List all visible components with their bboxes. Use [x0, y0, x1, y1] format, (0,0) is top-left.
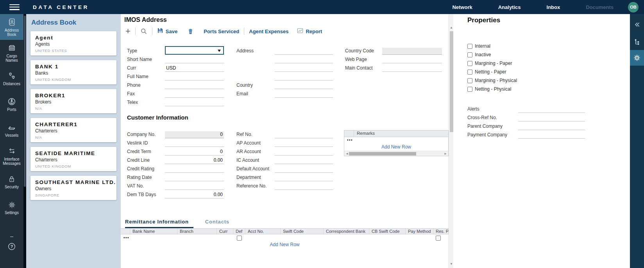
nav-analytics[interactable]: Analytics: [498, 4, 521, 10]
field-input-phone[interactable]: [165, 82, 224, 89]
user-avatar[interactable]: OB: [628, 2, 639, 13]
property-checkbox-row-internal[interactable]: Internal: [467, 42, 517, 50]
property-checkbox-row-netting-paper[interactable]: Netting - Paper: [467, 68, 517, 76]
properties-checkbox-list: InternalInactiveMargining - PaperNetting…: [467, 42, 517, 93]
field-input-ref-no[interactable]: [275, 131, 333, 138]
delete-icon[interactable]: [188, 28, 193, 35]
report-button[interactable]: Report: [297, 28, 322, 35]
remittance-add-new-row-link[interactable]: Add New Row: [121, 242, 449, 248]
field-input-default-account[interactable]: [275, 166, 333, 173]
remarks-row[interactable]: •••: [344, 137, 448, 144]
scroll-right-arrow-icon[interactable]: ►: [444, 152, 447, 155]
help-icon[interactable]: ?: [0, 241, 23, 252]
field-input-reference-no[interactable]: [275, 183, 333, 190]
field-input-cross-ref-no[interactable]: [518, 114, 585, 121]
address-card-southeast-marine-ltd[interactable]: SOUTHEAST MARINE LTD.OwnersSINGAPORE: [30, 176, 116, 200]
field-input-payment-company[interactable]: [518, 132, 585, 139]
sidebar-item-ports[interactable]: Ports: [0, 91, 23, 117]
column-header-curr: Curr: [217, 229, 233, 234]
type-dropdown[interactable]: [165, 46, 224, 55]
hamburger-menu-icon[interactable]: [9, 4, 20, 10]
checkbox-netting-paper[interactable]: [467, 70, 472, 75]
field-input-address[interactable]: [275, 48, 333, 55]
checkbox-margining-paper[interactable]: [467, 61, 472, 66]
checkbox-inactive[interactable]: [467, 52, 472, 57]
field-input-ar-account[interactable]: [275, 148, 333, 155]
nav-network[interactable]: Network: [452, 4, 472, 10]
field-input-vat-no[interactable]: [165, 183, 224, 190]
property-checkbox-row-margining-paper[interactable]: Margining - Paper: [467, 59, 517, 68]
main-scrollbar-thumb[interactable]: [450, 31, 453, 132]
field-input-email[interactable]: [275, 91, 333, 98]
remarks-add-new-row-link[interactable]: Add New Row: [344, 144, 448, 151]
field-input-department[interactable]: [275, 174, 333, 181]
main-scrollbar[interactable]: ▲ ▼: [449, 14, 453, 268]
row-menu-dots-icon[interactable]: •••: [347, 138, 353, 142]
save-button[interactable]: Save: [157, 27, 177, 35]
checkbox-margining-physical[interactable]: [467, 78, 472, 83]
field-input-curr[interactable]: USD: [165, 65, 224, 72]
agent-expenses-button[interactable]: Agent Expenses: [249, 29, 288, 34]
sidebar-item-settings[interactable]: Settings: [0, 195, 23, 220]
settings-gear-icon[interactable]: [630, 50, 644, 66]
field-input-short-name[interactable]: [165, 56, 224, 63]
field-input-ap-account[interactable]: [275, 140, 333, 147]
field-input-credit-rating[interactable]: [165, 166, 224, 173]
field-input-credit-term[interactable]: 0: [165, 148, 224, 155]
hierarchy-icon[interactable]: [630, 34, 644, 49]
sidebar-item-vessels[interactable]: Vessels: [0, 117, 23, 143]
field-input-parent-company[interactable]: [518, 123, 585, 130]
tab-remittance-information[interactable]: Remittance Information: [125, 219, 193, 228]
field-input-cont[interactable]: [275, 65, 333, 72]
field-input-country[interactable]: [275, 82, 333, 89]
remarks-scrollbar-thumb[interactable]: [349, 152, 416, 155]
property-checkbox-row-margining-physical[interactable]: Margining - Physical: [467, 76, 517, 85]
address-card-charterer1[interactable]: CHARTERER1CharterersN/A: [30, 118, 116, 142]
field-input-web-page[interactable]: [382, 56, 442, 63]
ports-serviced-button[interactable]: Ports Serviced: [204, 29, 239, 34]
sidebar-item-interface-messages[interactable]: Interface Messages: [0, 143, 23, 169]
def-checkbox[interactable]: [237, 236, 242, 241]
row-menu-dots-icon[interactable]: •••: [123, 236, 129, 240]
sidebar-scrollbar[interactable]: [23, 14, 26, 268]
field-input-cont[interactable]: [275, 56, 333, 63]
field-input-fax[interactable]: [165, 91, 224, 98]
address-card-seatide-maritime[interactable]: SEATIDE MARITIMECharterersUNITED KINGDOM: [30, 147, 116, 171]
sidebar-item-address-book[interactable]: Address Book: [0, 14, 23, 40]
address-card-broker1[interactable]: BROKER1BrokersN/A: [30, 89, 116, 113]
sidebar-scrollbar-thumb[interactable]: [24, 16, 26, 187]
address-card-bank-1[interactable]: BANK 1BanksUNITED KINGDOM: [30, 60, 116, 84]
collapse-dash-icon[interactable]: [0, 232, 23, 241]
right-rail: [630, 14, 644, 268]
res-pb-checkbox[interactable]: [436, 236, 441, 241]
nav-documents[interactable]: Documents: [586, 4, 614, 10]
nav-inbox[interactable]: Inbox: [547, 4, 560, 10]
form-row: Main Contact: [345, 63, 442, 72]
field-input-rating-date[interactable]: [165, 174, 224, 181]
sidebar-item-security[interactable]: Security: [0, 169, 23, 195]
property-checkbox-row-inactive[interactable]: Inactive: [467, 50, 517, 59]
field-input-dem-tb-days[interactable]: 0.00: [165, 191, 224, 198]
remittance-table-row[interactable]: •••: [121, 235, 449, 242]
sidebar-item-cargo-names[interactable]: Cargo Names: [0, 40, 23, 66]
add-icon[interactable]: +: [125, 27, 131, 35]
tab-contacts[interactable]: Contacts: [205, 219, 229, 228]
field-input-credit-line[interactable]: 0.00: [165, 157, 224, 164]
field-input-veslink-id[interactable]: [165, 140, 224, 147]
field-input-telex[interactable]: [165, 99, 224, 106]
property-checkbox-row-netting-physical[interactable]: Netting - Physical: [467, 85, 517, 93]
checkbox-netting-physical[interactable]: [467, 87, 472, 92]
checkbox-internal[interactable]: [467, 44, 472, 49]
remarks-h-scrollbar[interactable]: ◄ ►: [344, 151, 448, 156]
field-input-cont[interactable]: [275, 73, 333, 80]
sidebar-item-distances[interactable]: Distances: [0, 66, 23, 91]
search-icon[interactable]: [140, 28, 147, 35]
field-input-ic-account[interactable]: [275, 157, 333, 164]
field-input-alerts[interactable]: [518, 106, 585, 113]
scroll-left-arrow-icon[interactable]: ◄: [345, 152, 349, 155]
field-input-main-contact[interactable]: [382, 65, 442, 72]
collapse-panel-icon[interactable]: [630, 17, 644, 32]
field-input-full-name[interactable]: [165, 73, 224, 80]
address-card-agent[interactable]: AgentAgentsUNITED STATES: [30, 31, 116, 55]
field-label-ref-no: Ref No.: [236, 131, 275, 138]
